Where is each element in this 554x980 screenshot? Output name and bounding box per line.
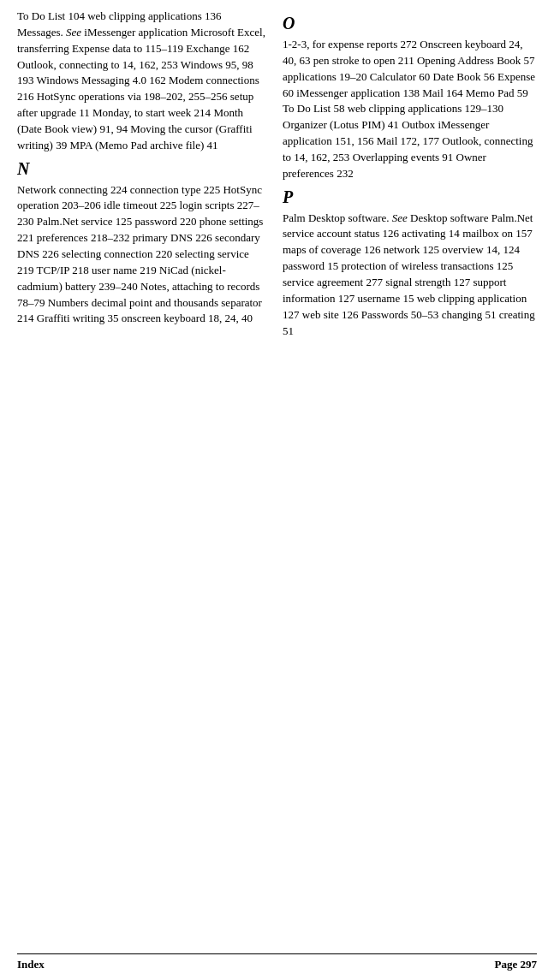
- list-item: onscreen keyboard 18, 24, 40: [122, 312, 253, 324]
- list-item: Mail 172, 177: [377, 134, 439, 147]
- list-item: Passwords 50–53: [361, 308, 439, 321]
- list-item: HotSync operations via 198–202,: [37, 90, 186, 103]
- footer-right: Page 297: [495, 958, 537, 971]
- list-item: Messages. See iMessenger application: [17, 26, 188, 39]
- list-item: account status 126: [317, 227, 399, 240]
- list-item: web clipping: [348, 102, 406, 115]
- list-item: signal strength 127: [385, 276, 470, 288]
- list-item: Mail 164: [422, 86, 462, 99]
- list-item: Address Book 57: [457, 54, 534, 67]
- list-item: mailbox on 157: [462, 227, 533, 240]
- list-item: idle timeout 225: [104, 199, 176, 211]
- list-item: overview 14, 124: [442, 243, 520, 256]
- list-item: To Do List 58: [283, 102, 344, 115]
- list-item: activating 14: [402, 227, 460, 240]
- list-item: user name 219: [92, 264, 157, 276]
- list-item: transactions 125: [441, 259, 514, 272]
- list-item: to 115–119: [134, 42, 183, 55]
- list-item: Date Book 56: [432, 70, 494, 83]
- section-letter-n: N: [17, 159, 265, 179]
- list-item: 1-2-3, for expense reports 272: [283, 38, 417, 50]
- list-item: password 15: [283, 259, 338, 272]
- section-letter-o: O: [283, 14, 537, 33]
- list-item: 253: [161, 58, 178, 71]
- list-item: MPA (Memo Pad archive file) 41: [69, 139, 217, 151]
- list-item: Moving the cursor (Graffiti: [130, 122, 252, 135]
- o-section: O 1-2-3, for expense reports 272 Onscree…: [283, 14, 537, 182]
- list-item: connecting 224: [59, 183, 128, 196]
- list-item: writing) 39: [17, 139, 67, 151]
- list-item: Opening: [417, 54, 456, 67]
- list-item: applications 129–130: [408, 102, 503, 115]
- section-letter-p: P: [283, 187, 537, 207]
- list-item: Outbox: [402, 118, 435, 131]
- list-item: password 220: [135, 215, 197, 228]
- list-item: preferences 218–232: [37, 231, 130, 244]
- list-item: primary DNS 226: [133, 231, 212, 244]
- list-item: applications 19–20: [283, 70, 367, 83]
- list-item: software: [450, 211, 489, 224]
- list-item: Calculator 60: [370, 70, 430, 83]
- list-item: Modem: [169, 74, 203, 86]
- list-item: Organizer (Lotus PIM) 41: [283, 118, 399, 131]
- list-item: Palm Desktop software. See Desktop: [283, 211, 447, 224]
- list-item: Numbers: [48, 296, 89, 309]
- list-item: maps of coverage 126: [283, 243, 380, 256]
- list-item: Graffiti writing 35: [37, 312, 119, 324]
- list-item: selecting connection 220: [62, 247, 172, 260]
- list-item: web site 126: [302, 308, 359, 321]
- list-item: iMessenger application 138: [296, 86, 420, 99]
- right-column: O 1-2-3, for expense reports 272 Onscree…: [283, 9, 537, 342]
- list-item: protection of wireless: [342, 259, 438, 272]
- list-item: Microsoft: [191, 26, 235, 39]
- list-item: Palm.Net service 125: [37, 215, 133, 228]
- list-item: Exchange 162: [186, 42, 249, 55]
- p-section: P Palm Desktop software. See Desktop sof…: [283, 187, 537, 340]
- list-item: Network: [17, 183, 57, 196]
- list-item: Outlook, connecting to 14, 162,: [17, 58, 158, 71]
- list-item: decimal point and thousands: [92, 296, 218, 309]
- left-column: To Do List 104 web clipping applications…: [17, 9, 265, 342]
- list-item: battery 239–240: [65, 280, 138, 293]
- list-item: Windows Messaging 4.0 162: [37, 74, 166, 86]
- list-item: To Do List 104: [17, 9, 85, 22]
- list-item: connection type 225: [130, 183, 220, 196]
- list-item: service agreement 277: [283, 276, 383, 288]
- page-footer: Index Page 297: [17, 953, 537, 971]
- list-item: pen stroke to open 211: [313, 54, 414, 67]
- list-item: username 15: [357, 292, 414, 305]
- list-item: Overlapping events 91: [353, 151, 454, 163]
- list-item: Monday, to start week 214: [92, 106, 211, 119]
- footer-left: Index: [17, 958, 45, 971]
- pre-n-entries: To Do List 104 web clipping applications…: [17, 9, 265, 154]
- list-item: 255–256: [188, 90, 228, 103]
- list-item: TCP/IP 218: [37, 264, 89, 276]
- list-item: web clipping applications 136: [87, 9, 221, 22]
- n-section: N Network connecting 224 connection type…: [17, 159, 265, 328]
- list-item: Memo Pad 59: [466, 86, 528, 99]
- list-item: changing 51: [442, 308, 497, 321]
- list-item: network 125: [384, 243, 439, 256]
